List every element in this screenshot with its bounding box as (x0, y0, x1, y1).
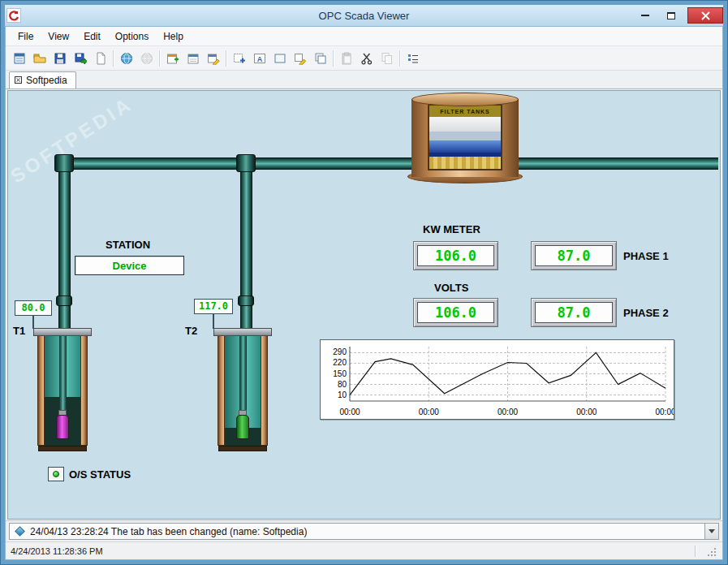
event-dropdown-icon[interactable] (704, 524, 718, 539)
toolbar-separator (333, 50, 334, 67)
svg-text:00:00: 00:00 (655, 408, 674, 416)
tank-layer-blue (429, 140, 501, 153)
well-wall (37, 335, 45, 446)
tab-list-button[interactable] (183, 49, 203, 68)
svg-text:00:00: 00:00 (576, 408, 597, 416)
kw-meter-label: KW METER (423, 223, 480, 235)
trend-chart-plot: 290220150801000:0000:0000:0000:0000:00 (321, 340, 674, 419)
station-device-indicator: Device (75, 256, 184, 275)
well-base (38, 446, 87, 451)
phase1-label: PHASE 1 (623, 250, 669, 262)
event-diamond-icon (15, 526, 25, 537)
pipe-horizontal (58, 157, 718, 170)
tab-close-icon[interactable] (15, 75, 22, 86)
svg-text:00:00: 00:00 (339, 408, 360, 416)
open-button[interactable] (29, 49, 50, 68)
os-status-label: O/S STATUS (69, 468, 131, 481)
tank-layer-sand (429, 157, 501, 169)
status-bar: 4/24/2013 11:28:36 PM (6, 541, 722, 559)
edit-tab-button[interactable] (203, 49, 223, 68)
svg-text:290: 290 (333, 347, 347, 356)
copy-button[interactable] (377, 49, 397, 68)
well-t2 (218, 328, 268, 451)
phase2-value: 87.0 (535, 302, 613, 323)
gauge-stem-t1 (32, 315, 34, 329)
new-page-button[interactable] (90, 49, 110, 68)
svg-text:220: 220 (333, 358, 347, 367)
phase1-display: 87.0 (531, 241, 617, 270)
well-cap (213, 328, 272, 336)
os-status-led (48, 467, 64, 481)
scada-canvas[interactable]: SOFTPEDIA FILTER TANKS (7, 90, 721, 520)
gauge-t1: 80.0 (15, 300, 52, 316)
well-t2-label: T2 (185, 325, 197, 337)
report-button[interactable] (9, 49, 29, 68)
well-base (218, 446, 267, 451)
edit-item-button[interactable] (290, 49, 310, 68)
gauge-stem-t2 (213, 313, 214, 329)
phase2-display: 87.0 (531, 298, 617, 327)
status-datetime: 4/24/2013 11:28:36 PM (11, 546, 103, 556)
add-item-button[interactable] (229, 49, 249, 68)
well-wall (80, 335, 88, 446)
clone-item-button[interactable] (310, 49, 330, 68)
svg-text:A: A (256, 54, 262, 63)
menu-bar: File View Edit Options Help (6, 27, 722, 46)
pipe-tee-junction (236, 154, 256, 172)
item-list-button[interactable] (403, 49, 423, 68)
well-t1-label: T1 (13, 325, 25, 337)
well-drop-pipe (59, 335, 67, 411)
title-bar[interactable]: OPC Scada Viewer (5, 5, 723, 26)
toolbar-separator (113, 50, 114, 67)
svg-text:00:00: 00:00 (498, 408, 518, 416)
menu-options[interactable]: Options (108, 28, 156, 45)
toolbar-separator (226, 50, 226, 67)
kw-meter-value: 106.0 (417, 245, 494, 266)
pipe-coupling-t2 (238, 295, 254, 306)
cut-button[interactable] (356, 49, 377, 68)
well-drop-pipe (239, 335, 247, 411)
toolbar-separator (159, 50, 160, 67)
trend-chart: 290220150801000:0000:0000:0000:0000:00 (320, 339, 674, 420)
filter-tank-label: FILTER TANKS (429, 106, 501, 117)
filter-tank-panel: FILTER TANKS (428, 104, 502, 170)
tab-strip: Softpedia (6, 71, 722, 89)
volts-label: VOLTS (434, 282, 468, 294)
menu-view[interactable]: View (41, 28, 76, 45)
window-title: OPC Scada Viewer (5, 10, 723, 22)
add-frame-button[interactable] (269, 49, 290, 68)
well-cap (33, 328, 92, 336)
svg-text:00:00: 00:00 (419, 408, 439, 416)
station-label: STATION (106, 239, 150, 251)
save-button[interactable] (50, 49, 70, 68)
svg-text:10: 10 (338, 390, 347, 399)
station-device-value: Device (113, 260, 147, 272)
status-separator (695, 546, 696, 557)
pipe-coupling-t1 (56, 295, 72, 306)
toolbar-separator (399, 50, 400, 67)
watermark: SOFTPEDIA (7, 93, 137, 188)
pipe-elbow (54, 154, 74, 172)
menu-help[interactable]: Help (156, 28, 191, 45)
event-bar: 24/04/13 23:28:24 The tab has been chang… (6, 520, 722, 541)
well-wall (261, 335, 268, 446)
resize-grip[interactable] (707, 547, 717, 558)
new-tab-button[interactable] (162, 49, 183, 68)
volts-value: 106.0 (417, 302, 494, 323)
export-button[interactable] (70, 49, 90, 68)
connect-button[interactable] (116, 49, 136, 68)
menu-edit[interactable]: Edit (76, 28, 108, 45)
well-t1 (37, 328, 88, 451)
app-window: OPC Scada Viewer File View Edit Options … (0, 0, 728, 565)
phase2-label: PHASE 2 (623, 307, 669, 319)
pump-t1 (56, 415, 69, 439)
event-combobox[interactable]: 24/04/13 23:28:24 The tab has been chang… (9, 523, 719, 540)
paste-button[interactable] (336, 49, 356, 68)
add-label-button[interactable]: A (249, 49, 269, 68)
disconnect-button[interactable] (136, 49, 157, 68)
event-message: 24/04/13 23:28:24 The tab has been chang… (30, 526, 704, 537)
tab-softpedia[interactable]: Softpedia (9, 71, 76, 88)
menu-file[interactable]: File (11, 28, 41, 45)
volts-display: 106.0 (413, 298, 498, 327)
gauge-t2: 117.0 (194, 299, 233, 314)
